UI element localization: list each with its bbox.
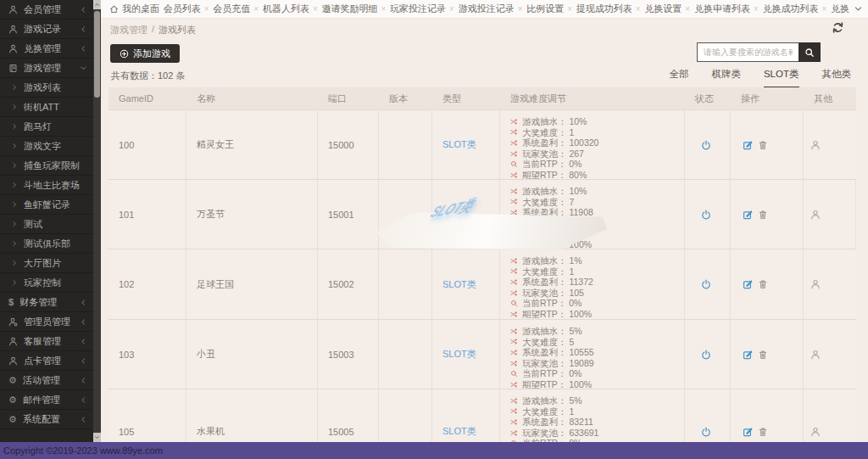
breadcrumb: 游戏管理 / 游戏列表	[110, 24, 196, 36]
power-icon[interactable]	[701, 210, 711, 220]
filter-tab[interactable]: 其他类	[822, 68, 852, 88]
sidebar-item[interactable]: 兑换管理	[0, 39, 93, 59]
chevron-left-icon	[80, 396, 87, 404]
tab[interactable]: 提现成功列表×	[576, 3, 641, 15]
close-icon[interactable]: ×	[204, 5, 209, 14]
search-input[interactable]	[697, 42, 798, 62]
tab[interactable]: 比例设置×	[526, 3, 572, 15]
total-unit: 条	[175, 70, 185, 81]
sidebar-item[interactable]: 鱼虾蟹记录	[0, 195, 93, 215]
person-icon[interactable]	[810, 140, 821, 150]
tab[interactable]: 游戏投注记录×	[459, 3, 523, 15]
trash-icon[interactable]	[758, 350, 768, 360]
sidebar-item[interactable]: ⚙系统配置	[0, 410, 93, 429]
trash-icon[interactable]	[758, 210, 768, 220]
close-icon[interactable]: ×	[685, 5, 690, 14]
close-icon[interactable]: ×	[822, 5, 827, 14]
sidebar-item[interactable]: 点卡管理	[0, 351, 93, 371]
status-cell	[685, 180, 731, 249]
sidebar-item[interactable]: 测试	[0, 215, 93, 234]
edit-icon[interactable]	[743, 279, 753, 289]
game-type-link[interactable]: SLOT类	[442, 138, 476, 151]
sidebar-item[interactable]: 街机ATT	[0, 98, 93, 117]
sidebar-item[interactable]: 游戏管理	[0, 59, 93, 78]
tab[interactable]: 会员列表×	[164, 3, 209, 15]
scroll-down-icon[interactable]	[93, 433, 101, 442]
power-icon[interactable]	[701, 350, 711, 360]
tab-label: 玩家投注记录	[390, 3, 446, 15]
sidebar-item[interactable]: ⚙活动管理	[0, 371, 93, 390]
sidebar-item[interactable]: 管理员管理	[0, 312, 93, 332]
close-icon[interactable]: ×	[636, 5, 641, 14]
sidebar-item[interactable]: 大厅图片	[0, 254, 93, 273]
close-icon[interactable]: ×	[313, 5, 318, 14]
difficulty-stat: 游戏抽水： 5%	[510, 395, 684, 406]
edit-icon[interactable]	[743, 140, 753, 150]
sidebar-item[interactable]: 测试俱乐部	[0, 234, 93, 254]
tab[interactable]: 玩家投注记录×	[390, 3, 454, 15]
trash-icon[interactable]	[758, 279, 768, 289]
adjust-icon	[510, 311, 518, 318]
scrollbar-thumb[interactable]	[94, 11, 100, 98]
sidebar-item-label: 大厅图片	[24, 257, 61, 270]
tab[interactable]: 我的桌面	[109, 3, 159, 15]
game-type-link[interactable]: SLOT类	[442, 278, 476, 291]
sidebar-item[interactable]: 玩家控制	[0, 273, 93, 293]
sidebar-item[interactable]: 斗地主比赛场	[0, 176, 93, 195]
sidebar-item[interactable]: 跑马灯	[0, 117, 93, 137]
tab[interactable]: 会员充值×	[213, 3, 259, 15]
sidebar-item[interactable]: 游戏文字	[0, 137, 93, 156]
close-icon[interactable]: ×	[449, 5, 454, 14]
power-icon[interactable]	[701, 427, 711, 437]
table-row: 102足球王国15002SLOT类游戏抽水： 1%大奖难度： 1系统盈利： 11…	[108, 249, 856, 319]
close-icon[interactable]: ×	[518, 5, 523, 14]
refresh-icon[interactable]	[832, 21, 844, 34]
close-icon[interactable]: ×	[567, 5, 572, 14]
sidebar-item[interactable]: 客服管理	[0, 332, 93, 351]
game-type-link[interactable]: SLOT类	[442, 348, 476, 361]
edit-icon[interactable]	[743, 210, 753, 220]
difficulty-stat: 期望RTP： 100%	[510, 309, 684, 320]
tab[interactable]: 兑换设置×	[644, 3, 690, 15]
scroll-up-icon[interactable]	[93, 0, 101, 9]
home-icon	[109, 4, 119, 14]
person-icon[interactable]	[810, 210, 821, 220]
tab[interactable]: 机器人列表×	[263, 3, 318, 15]
search-button[interactable]	[798, 42, 821, 62]
tab[interactable]: 兑换成功列表×	[763, 3, 827, 15]
sidebar-item[interactable]: 会员管理	[0, 0, 93, 20]
close-icon[interactable]: ×	[253, 5, 259, 14]
adjust-icon	[510, 139, 518, 147]
breadcrumb-section[interactable]: 游戏管理	[110, 24, 147, 36]
close-icon[interactable]: ×	[754, 5, 759, 14]
person-icon[interactable]	[810, 427, 821, 437]
close-icon[interactable]: ×	[381, 5, 386, 14]
sidebar-item[interactable]: 游戏记录	[0, 20, 93, 39]
difficulty-stat: 大奖难度： 1	[510, 127, 684, 138]
edit-icon[interactable]	[743, 427, 753, 437]
sidebar-item[interactable]: 游戏列表	[0, 78, 93, 98]
sidebar-scrollbar[interactable]	[93, 0, 101, 442]
tab[interactable]: 兑换申请列表×	[694, 3, 759, 15]
sidebar-item[interactable]: $财务管理	[0, 293, 93, 312]
stat-text: 大奖难度： 5	[522, 337, 574, 348]
trash-icon[interactable]	[758, 427, 768, 437]
power-icon[interactable]	[701, 279, 711, 289]
filter-tab[interactable]: 全部	[669, 68, 688, 88]
filter-tab[interactable]: 棋牌类	[711, 68, 741, 88]
trash-icon[interactable]	[758, 140, 768, 150]
filter-tab[interactable]: SLOT类	[764, 68, 799, 88]
game-type-link[interactable]: SLOT类	[442, 425, 476, 438]
game-port-cell: 15000	[318, 110, 379, 179]
sidebar-item[interactable]: ⚙邮件管理	[0, 390, 93, 410]
edit-icon[interactable]	[743, 350, 753, 360]
tab[interactable]: 邀请奖励明细×	[321, 3, 386, 15]
power-icon[interactable]	[701, 140, 711, 150]
tab[interactable]: 兑换	[831, 3, 849, 15]
sidebar-item-label: 邮件管理	[23, 394, 60, 406]
sidebar-item[interactable]: 捕鱼玩家限制	[0, 156, 93, 176]
person-icon[interactable]	[810, 279, 821, 289]
person-icon[interactable]	[810, 350, 821, 360]
chevron-down-icon[interactable]	[854, 4, 863, 14]
add-game-button[interactable]: 添加游戏	[110, 44, 180, 63]
